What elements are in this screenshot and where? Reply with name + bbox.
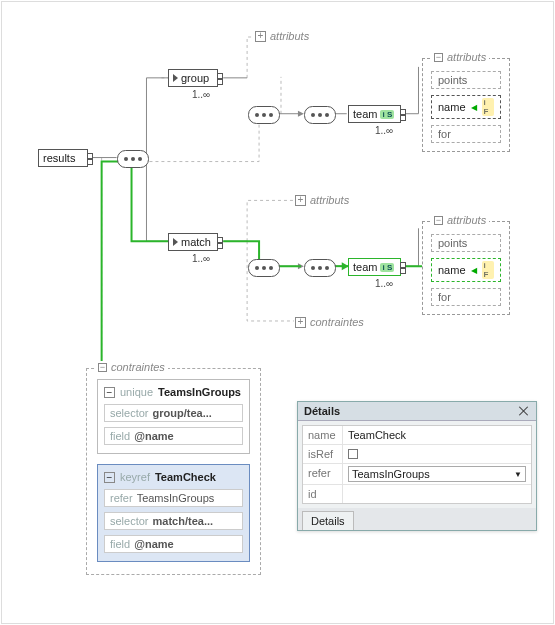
svg-point-6 <box>262 113 266 117</box>
isref-checkbox[interactable] <box>348 449 358 459</box>
svg-point-9 <box>311 113 315 117</box>
attr-for[interactable]: for <box>431 288 501 306</box>
cardinality-label: 1..∞ <box>192 253 210 264</box>
svg-point-11 <box>325 113 329 117</box>
kv-field: field@name <box>104 535 243 553</box>
attributs-title: attributs <box>447 51 486 63</box>
identity-badge: i S <box>380 263 394 272</box>
svg-point-18 <box>318 266 322 270</box>
details-panel: Détails name TeamCheck isRef refer Teams… <box>297 401 537 531</box>
label: attributs <box>310 194 349 206</box>
attributs-box-bottom: −attributs points name◀i F for <box>422 221 510 315</box>
plus-icon: + <box>295 317 306 328</box>
label: attributs <box>270 30 309 42</box>
refer-dropdown[interactable]: TeamsInGroups▼ <box>348 466 526 482</box>
plus-icon: + <box>295 195 306 206</box>
sequence-compositor[interactable] <box>248 106 280 126</box>
svg-point-15 <box>269 266 273 270</box>
attr-name[interactable]: name◀i F <box>431 95 501 119</box>
row-refer: refer TeamsInGroups▼ <box>303 464 531 485</box>
svg-point-17 <box>311 266 315 270</box>
connector-icon <box>87 153 93 165</box>
connector-icon <box>400 262 406 274</box>
panel-header[interactable]: Détails <box>298 402 536 421</box>
svg-point-2 <box>131 157 135 161</box>
attr-name[interactable]: name◀i F <box>431 258 501 282</box>
minus-icon: − <box>104 472 115 483</box>
constraint-name: TeamCheck <box>155 471 216 483</box>
connector-icon <box>400 109 406 121</box>
svg-point-3 <box>138 157 142 161</box>
element-label: match <box>181 236 211 248</box>
plus-icon: + <box>255 31 266 42</box>
constraint-keyref[interactable]: − keyref TeamCheck referTeamsInGroups se… <box>97 464 250 562</box>
element-label: team <box>353 261 377 273</box>
expander-attributs[interactable]: + attributs <box>255 30 309 42</box>
element-team-group[interactable]: team i S <box>348 105 401 123</box>
cardinality-label: 1..∞ <box>375 125 393 136</box>
ref-badge: i F <box>482 98 494 116</box>
minus-icon: − <box>104 387 115 398</box>
element-team-match[interactable]: team i S <box>348 258 401 276</box>
expand-icon <box>173 74 178 82</box>
sequence-compositor[interactable] <box>117 150 149 170</box>
svg-point-5 <box>255 113 259 117</box>
kv-selector: selectorgroup/tea... <box>104 404 243 422</box>
constraint-name: TeamsInGroups <box>158 386 241 398</box>
svg-point-14 <box>262 266 266 270</box>
svg-point-7 <box>269 113 273 117</box>
svg-point-19 <box>325 266 329 270</box>
sequence-compositor[interactable] <box>304 106 336 126</box>
cardinality-label: 1..∞ <box>192 89 210 100</box>
sequence-compositor[interactable] <box>304 259 336 279</box>
arrow-left-icon: ◀ <box>471 266 477 275</box>
element-match[interactable]: match <box>168 233 218 251</box>
kv-refer: referTeamsInGroups <box>104 489 243 507</box>
kv-selector: selectormatch/tea... <box>104 512 243 530</box>
expander-attributs[interactable]: + attributs <box>295 194 349 206</box>
attributs-box-top: −attributs points name◀i F for <box>422 58 510 152</box>
row-id: id <box>303 485 531 503</box>
expander-contraintes[interactable]: + contraintes <box>295 316 364 328</box>
chevron-down-icon: ▼ <box>514 470 522 479</box>
attr-points[interactable]: points <box>431 71 501 89</box>
row-isref: isRef <box>303 445 531 464</box>
cardinality-label: 1..∞ <box>375 278 393 289</box>
element-group[interactable]: group <box>168 69 218 87</box>
name-value[interactable]: TeamCheck <box>348 429 406 441</box>
constraint-unique[interactable]: − unique TeamsInGroups selectorgroup/tea… <box>97 379 250 454</box>
connector-icon <box>217 237 223 249</box>
svg-point-13 <box>255 266 259 270</box>
element-results[interactable]: results <box>38 149 88 167</box>
row-name: name TeamCheck <box>303 426 531 445</box>
panel-title: Détails <box>304 405 340 417</box>
sequence-compositor[interactable] <box>248 259 280 279</box>
attr-for[interactable]: for <box>431 125 501 143</box>
identity-badge: i S <box>380 110 394 119</box>
constraints-title: contraintes <box>111 361 165 373</box>
panel-tabs: Details <box>298 508 536 530</box>
svg-point-1 <box>124 157 128 161</box>
ref-badge: i F <box>482 261 494 279</box>
expand-icon <box>173 238 178 246</box>
attributs-title: attributs <box>447 214 486 226</box>
constraint-tag: keyref <box>120 471 150 483</box>
label: contraintes <box>310 316 364 328</box>
attr-points[interactable]: points <box>431 234 501 252</box>
arrow-left-icon: ◀ <box>471 103 477 112</box>
kv-field: field@name <box>104 427 243 445</box>
close-icon[interactable] <box>518 405 530 417</box>
connector-icon <box>217 73 223 85</box>
svg-point-10 <box>318 113 322 117</box>
element-label: team <box>353 108 377 120</box>
element-label: group <box>181 72 209 84</box>
element-label: results <box>43 152 75 164</box>
tab-details[interactable]: Details <box>302 511 354 530</box>
id-value[interactable] <box>343 485 531 503</box>
constraints-box: −contraintes − unique TeamsInGroups sele… <box>86 368 261 575</box>
constraint-tag: unique <box>120 386 153 398</box>
